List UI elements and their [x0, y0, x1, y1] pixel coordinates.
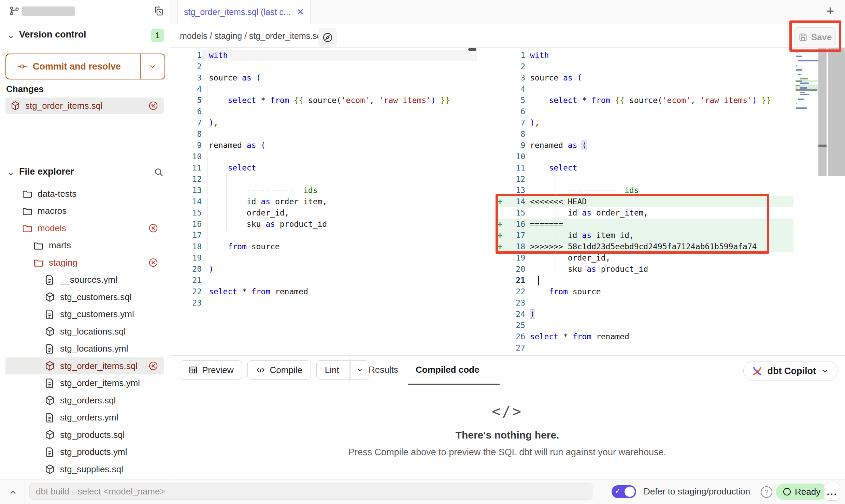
code-line[interactable]: 6	[496, 106, 793, 117]
code-line-content[interactable]: ---------- ids	[525, 185, 793, 196]
code-line[interactable]: 2	[496, 61, 793, 72]
code-line-content[interactable]: )	[202, 264, 477, 275]
tab-stg-order-items[interactable]: stg_order_items.sql (last c... ✕	[177, 0, 311, 24]
file-tree-item-stg-customers-yml[interactable]: stg_customers.yml	[5, 306, 164, 323]
code-line[interactable]: 16 sku as product_id	[170, 219, 477, 230]
chevron-down-icon[interactable]	[7, 33, 15, 41]
preview-button[interactable]: Preview	[180, 360, 242, 380]
code-line[interactable]: +16=======	[496, 219, 793, 230]
code-line-content[interactable]: select * from renamed	[525, 331, 793, 342]
code-line[interactable]: 19	[170, 252, 477, 264]
code-line[interactable]: +17 id as item_id,	[496, 230, 793, 241]
code-line-content[interactable]: sku as product_id	[525, 264, 793, 275]
save-button[interactable]: Save	[794, 27, 836, 47]
code-line-content[interactable]	[525, 275, 793, 286]
code-line[interactable]: 15 order_id,	[170, 207, 477, 219]
code-line[interactable]: 11 select	[496, 162, 793, 174]
file-tree-item-models[interactable]: models	[5, 220, 164, 237]
minimap-slider[interactable]	[818, 48, 827, 176]
copy-icon[interactable]	[153, 5, 164, 17]
code-line[interactable]: 1with	[496, 50, 793, 61]
code-line[interactable]: 22select * from renamed	[170, 286, 477, 297]
code-line-content[interactable]: order_id,	[202, 207, 477, 219]
code-line-content[interactable]: <<<<<<< HEAD	[525, 196, 793, 207]
code-line-content[interactable]: renamed as (	[525, 140, 793, 151]
code-line[interactable]: +14<<<<<<< HEAD	[496, 196, 793, 207]
code-line[interactable]: 23	[170, 297, 477, 309]
code-line-content[interactable]	[525, 61, 793, 72]
code-line[interactable]: 5 select * from {{ source('ecom', 'raw_i…	[170, 95, 477, 106]
code-line-content[interactable]	[202, 174, 477, 185]
code-line-content[interactable]: )	[525, 309, 793, 320]
code-line[interactable]: 4	[496, 84, 793, 95]
tab-results[interactable]: Results	[369, 365, 398, 375]
file-tree-item-stg-customers-sql[interactable]: stg_customers.sql	[5, 288, 164, 306]
code-line-content[interactable]	[202, 151, 477, 162]
code-line-content[interactable]: id as order_item,	[525, 207, 793, 219]
file-tree-item-stg-products-yml[interactable]: stg_products.yml	[5, 444, 164, 461]
code-line-content[interactable]	[525, 320, 793, 331]
code-line[interactable]: +18>>>>>>> 58c1dd23d5eebd9cd2495fa7124ab…	[496, 241, 793, 252]
lint-button[interactable]: Lint	[316, 360, 369, 380]
dbt-copilot-button[interactable]: dbt Copilot	[743, 361, 837, 381]
code-line[interactable]: 25	[496, 320, 793, 331]
code-line[interactable]: 21	[170, 275, 477, 286]
code-line[interactable]: 10	[170, 151, 477, 162]
defer-toggle[interactable]: ✓	[612, 485, 636, 498]
compile-button[interactable]: Compile	[247, 360, 311, 380]
code-line[interactable]: 3source as (	[496, 72, 793, 84]
code-line-content[interactable]: renamed as (	[202, 140, 477, 151]
code-line[interactable]: 22 from source	[496, 286, 793, 297]
code-line[interactable]: 7),	[170, 117, 477, 129]
file-tree-item-marts[interactable]: marts	[5, 237, 164, 254]
code-line-content[interactable]	[525, 174, 793, 185]
code-line[interactable]: 8	[496, 129, 793, 140]
code-line-content[interactable]: source as (	[202, 72, 477, 84]
code-line[interactable]: 7),	[496, 117, 793, 129]
file-tree-item-stg-order-items-sql[interactable]: stg_order_items.sql	[5, 357, 164, 374]
file-tree-item--sources-yml[interactable]: __sources.yml	[5, 271, 164, 288]
code-line[interactable]: 19 order_id,	[496, 252, 793, 264]
code-line-content[interactable]: order_id,	[525, 252, 793, 264]
code-line[interactable]: 8	[170, 129, 477, 140]
code-line-content[interactable]	[525, 84, 793, 95]
code-line-content[interactable]: >>>>>>> 58c1dd23d5eebd9cd2495fa7124ab61b…	[525, 241, 793, 252]
lint-dropdown-button[interactable]	[350, 361, 369, 379]
editor-conflict[interactable]: 1with23source as (45 select * from {{ so…	[496, 48, 793, 355]
code-line-content[interactable]: select	[525, 162, 793, 174]
code-line-content[interactable]	[202, 61, 477, 72]
scrollbar-thumb[interactable]	[818, 145, 827, 147]
code-line[interactable]: 13 ---------- ids	[170, 185, 477, 196]
code-line[interactable]: 20)	[170, 264, 477, 275]
file-tree-item-staging[interactable]: staging	[5, 254, 164, 271]
code-line-content[interactable]: id as order_item,	[202, 196, 477, 207]
code-line[interactable]: 4	[170, 84, 477, 95]
code-line[interactable]: 12	[496, 174, 793, 185]
scrollbar-track[interactable]	[828, 48, 845, 176]
code-line-content[interactable]: from source	[202, 241, 477, 252]
code-line-content[interactable]: select * from {{ source('ecom', 'raw_ite…	[525, 95, 793, 106]
code-line-content[interactable]: ),	[525, 117, 793, 129]
file-tree-item-data-tests[interactable]: data-tests	[5, 185, 164, 202]
file-tree-item-stg-supplies-sql[interactable]: stg_supplies.sql	[5, 461, 164, 478]
tab-compiled-code[interactable]: Compiled code	[416, 365, 479, 375]
file-tree-item-stg-orders-yml[interactable]: stg_orders.yml	[5, 409, 164, 426]
close-icon[interactable]: ✕	[297, 7, 304, 17]
code-line-content[interactable]	[525, 129, 793, 140]
file-tree-item-stg-orders-sql[interactable]: stg_orders.sql	[5, 392, 164, 409]
file-tree-item-stg-locations-yml[interactable]: stg_locations.yml	[5, 340, 164, 357]
code-line-content[interactable]: id as item_id,	[525, 230, 793, 241]
lineage-button[interactable]	[318, 28, 337, 47]
code-line[interactable]: 9renamed as (	[496, 140, 793, 151]
code-line-content[interactable]	[525, 106, 793, 117]
code-line-content[interactable]: sku as product_id	[202, 219, 477, 230]
scrollbar-thumb[interactable]	[468, 48, 476, 51]
code-line[interactable]: 11 select	[170, 162, 477, 174]
code-line[interactable]: 6	[170, 106, 477, 117]
code-line[interactable]: 23	[496, 297, 793, 309]
code-line-content[interactable]	[202, 106, 477, 117]
code-line-content[interactable]	[202, 84, 477, 95]
code-line-content[interactable]	[202, 275, 477, 286]
code-line[interactable]: 24)	[496, 309, 793, 320]
code-line[interactable]: 10	[496, 151, 793, 162]
